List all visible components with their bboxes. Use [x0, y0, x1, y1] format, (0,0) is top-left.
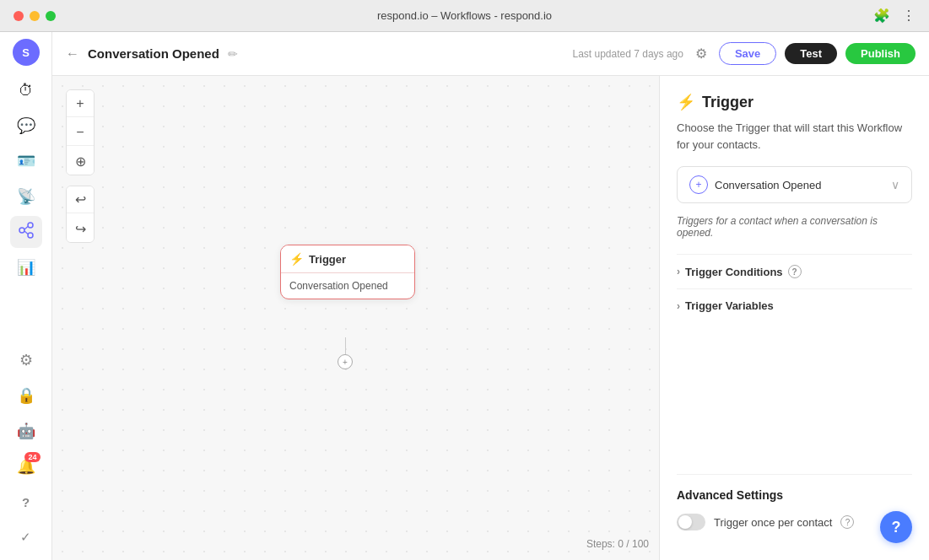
chevron-down-icon: ∨ — [891, 178, 899, 191]
reports-icon: 📊 — [17, 258, 35, 277]
workflow-settings-button[interactable]: ⚙ — [692, 42, 710, 65]
connector-line — [345, 337, 346, 354]
trigger-once-label: Trigger once per contact — [714, 516, 832, 529]
fit-button[interactable]: ⊕ — [67, 148, 94, 175]
redo-button[interactable]: ↪ — [67, 215, 94, 242]
conditions-help-icon[interactable]: ? — [788, 265, 802, 278]
help-button[interactable]: ? — [880, 511, 912, 543]
variables-chevron-icon: › — [677, 300, 680, 312]
panel-header: ⚡ Trigger — [677, 93, 912, 111]
right-panel: ⚡ Trigger Choose the Trigger that will s… — [659, 76, 929, 560]
back-button[interactable]: ← — [66, 46, 79, 62]
node-connector: + — [338, 337, 353, 369]
svg-line-3 — [24, 226, 28, 229]
titlebar-actions: 🧩 ⋮ — [873, 8, 915, 24]
svg-point-2 — [28, 233, 33, 238]
maximize-button[interactable] — [46, 11, 56, 21]
trigger-once-toggle[interactable] — [677, 514, 705, 530]
sidebar-item-settings[interactable]: ⚙ — [10, 344, 42, 376]
help-icon: ? — [22, 495, 30, 509]
sidebar-item-contacts[interactable]: 🪪 — [10, 145, 42, 177]
trigger-selector-dropdown[interactable]: + Conversation Opened ∨ — [677, 166, 912, 203]
trigger-selector-label: Conversation Opened — [715, 179, 884, 191]
trigger-variables-label: Trigger Variables — [685, 299, 774, 312]
canvas-background — [52, 76, 659, 560]
last-updated-label: Last updated 7 days ago — [572, 48, 683, 60]
sidebar-item-dashboard[interactable]: ⏱ — [10, 74, 42, 106]
trigger-variables-section: › Trigger Variables — [677, 288, 912, 322]
canvas-history-controls: ↩ ↪ — [66, 186, 95, 243]
app-layout: S ⏱ 💬 🪪 📡 📊 — [0, 32, 929, 560]
canvas-zoom-controls: + − ⊕ — [66, 89, 95, 175]
trigger-conditions-header[interactable]: › Trigger Conditions ? — [677, 265, 912, 278]
trigger-conditions-section: › Trigger Conditions ? — [677, 254, 912, 288]
lock-icon: 🔒 — [17, 386, 35, 405]
trigger-variables-header[interactable]: › Trigger Variables — [677, 299, 912, 312]
checkmark-icon: ✓ — [20, 530, 31, 545]
sidebar-item-security[interactable]: 🔒 — [10, 380, 42, 412]
save-button[interactable]: Save — [719, 42, 776, 65]
sidebar-item-automations[interactable]: 🤖 — [10, 415, 42, 447]
minimize-button[interactable] — [30, 11, 40, 21]
panel-lightning-icon: ⚡ — [677, 93, 695, 111]
automations-icon: 🤖 — [17, 422, 35, 440]
advanced-settings: Advanced Settings Trigger once per conta… — [677, 474, 912, 530]
panel-description: Choose the Trigger that will start this … — [677, 120, 912, 153]
topbar: ← Conversation Opened ✏ Last updated 7 d… — [52, 32, 929, 76]
sidebar-item-checkmark[interactable]: ✓ — [10, 521, 42, 553]
toggle-knob — [678, 515, 692, 529]
workflows-icon — [18, 222, 35, 243]
content-area: ← Conversation Opened ✏ Last updated 7 d… — [52, 32, 929, 560]
trigger-node-header: ⚡ Trigger — [281, 245, 414, 273]
trigger-node[interactable]: ⚡ Trigger Conversation Opened — [280, 245, 415, 299]
extensions-icon[interactable]: 🧩 — [873, 8, 890, 24]
window-controls — [14, 11, 56, 21]
zoom-in-button[interactable]: + — [67, 90, 94, 117]
close-button[interactable] — [14, 11, 24, 21]
broadcasts-icon: 📡 — [17, 187, 35, 206]
advanced-settings-title: Advanced Settings — [677, 488, 912, 502]
sidebar-item-notifications[interactable]: 🔔 24 — [10, 450, 42, 482]
sidebar-item-broadcasts[interactable]: 📡 — [10, 180, 42, 213]
sidebar: S ⏱ 💬 🪪 📡 📊 — [0, 32, 52, 560]
titlebar: respond.io – Workflows - respond.io 🧩 ⋮ — [0, 0, 929, 32]
sidebar-item-workflows[interactable] — [10, 216, 42, 248]
trigger-node-body: Conversation Opened — [281, 273, 414, 299]
svg-point-0 — [19, 228, 24, 233]
conditions-chevron-icon: › — [677, 266, 680, 277]
undo-button[interactable]: ↩ — [67, 186, 94, 213]
steps-counter: Steps: 0 / 100 — [586, 538, 649, 550]
trigger-lightning-icon: ⚡ — [289, 252, 304, 266]
trigger-selector-icon: + — [689, 175, 708, 194]
window-title: respond.io – Workflows - respond.io — [377, 9, 552, 22]
zoom-out-button[interactable]: − — [67, 119, 94, 146]
svg-point-1 — [28, 223, 33, 228]
trigger-hint: Triggers for a contact when a conversati… — [677, 215, 912, 239]
edit-icon[interactable]: ✏ — [228, 47, 238, 61]
dashboard-icon: ⏱ — [19, 82, 34, 100]
trigger-once-row: Trigger once per contact ? — [677, 514, 912, 530]
publish-button[interactable]: Publish — [845, 43, 915, 64]
workflow-canvas[interactable]: + − ⊕ ↩ ↪ ⚡ Trigger Conversation Opened — [52, 76, 659, 560]
conversations-icon: 💬 — [17, 116, 35, 135]
contacts-icon: 🪪 — [17, 152, 35, 170]
sidebar-item-conversations[interactable]: 💬 — [10, 110, 42, 142]
svg-line-4 — [24, 231, 28, 234]
workflow-area: + − ⊕ ↩ ↪ ⚡ Trigger Conversation Opened — [52, 76, 929, 560]
trigger-node-title: Trigger — [309, 253, 346, 266]
trigger-conditions-label: Trigger Conditions — [685, 266, 783, 278]
test-button[interactable]: Test — [785, 43, 837, 64]
settings-icon: ⚙ — [19, 351, 33, 369]
sidebar-item-reports[interactable]: 📊 — [10, 251, 42, 283]
panel-title: Trigger — [702, 94, 753, 111]
menu-icon[interactable]: ⋮ — [902, 8, 915, 24]
avatar[interactable]: S — [13, 39, 40, 66]
toggle-help-icon[interactable]: ? — [840, 515, 854, 529]
sidebar-item-help[interactable]: ? — [10, 486, 42, 518]
workflow-name: Conversation Opened — [88, 46, 219, 61]
notifications-badge: 24 — [24, 452, 40, 462]
add-step-button[interactable]: + — [338, 354, 353, 369]
